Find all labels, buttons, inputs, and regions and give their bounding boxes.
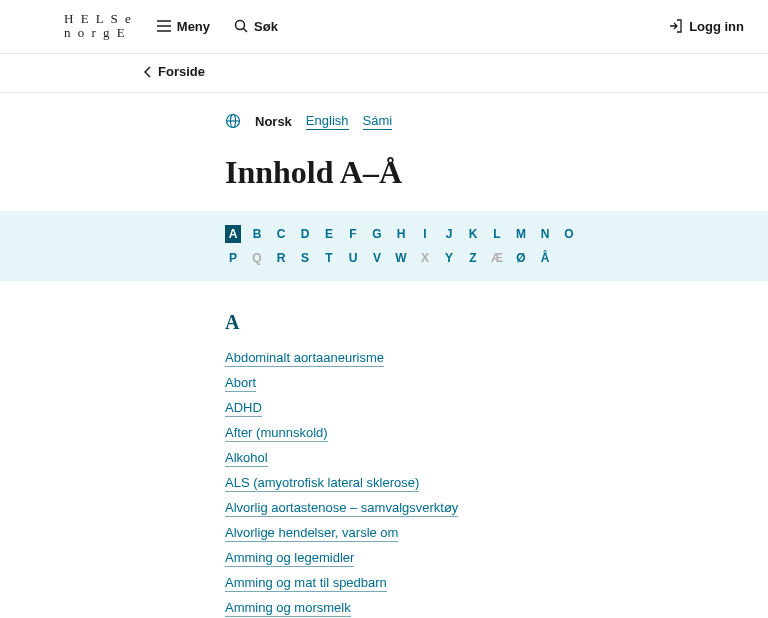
search-label: Søk [254, 19, 278, 34]
login-label: Logg inn [689, 19, 744, 34]
page-title: Innhold A–Å [225, 154, 768, 191]
alpha-letter-O[interactable]: O [561, 225, 577, 243]
alpha-letter-T[interactable]: T [321, 249, 337, 267]
entry-link[interactable]: Amming og legemidler [225, 550, 354, 567]
chevron-left-icon [144, 66, 152, 78]
alpha-letter-Y[interactable]: Y [441, 249, 457, 267]
entry-link[interactable]: Amming og mat til spedbarn [225, 575, 387, 592]
menu-label: Meny [177, 19, 210, 34]
entry-link[interactable]: ADHD [225, 400, 262, 417]
alphabet-row-1: ABCDEFGHIJKLMNO [225, 225, 768, 243]
main-content: Norsk English Sámi Innhold A–Å ABCDEFGHI… [0, 93, 768, 618]
entry-link[interactable]: Alvorlige hendelser, varsle om [225, 525, 398, 542]
lang-current: Norsk [255, 114, 292, 129]
alpha-letter-C[interactable]: C [273, 225, 289, 243]
alpha-letter-J[interactable]: J [441, 225, 457, 243]
alpha-letter-H[interactable]: H [393, 225, 409, 243]
lang-option-sami[interactable]: Sámi [363, 113, 393, 130]
alphabet-row-2: PQRSTUVWXYZÆØÅ [225, 249, 768, 267]
login-icon [669, 19, 683, 33]
entry-link[interactable]: After (munnskold) [225, 425, 328, 442]
alpha-letter-B[interactable]: B [249, 225, 265, 243]
search-button[interactable]: Søk [234, 19, 278, 34]
menu-button[interactable]: Meny [157, 19, 210, 34]
alpha-letter-A[interactable]: A [225, 225, 241, 243]
alpha-letter-V[interactable]: V [369, 249, 385, 267]
alpha-letter-U[interactable]: U [345, 249, 361, 267]
alphabet-strip: ABCDEFGHIJKLMNO PQRSTUVWXYZÆØÅ [0, 211, 768, 281]
alpha-letter-R[interactable]: R [273, 249, 289, 267]
entry-link[interactable]: Alkohol [225, 450, 268, 467]
alpha-letter-E[interactable]: E [321, 225, 337, 243]
search-icon [234, 19, 248, 33]
alpha-letter-S[interactable]: S [297, 249, 313, 267]
entry-link[interactable]: Abdominalt aortaaneurisme [225, 350, 384, 367]
alpha-letter-X: X [417, 249, 433, 267]
language-switcher: Norsk English Sámi [225, 113, 768, 130]
logo-line-1: H E L S e [64, 12, 133, 26]
entry-link[interactable]: ALS (amyotrofisk lateral sklerose) [225, 475, 419, 492]
entry-link[interactable]: Abort [225, 375, 256, 392]
breadcrumb-bar: Forside [0, 54, 768, 93]
lang-option-english[interactable]: English [306, 113, 349, 130]
alpha-letter-Z[interactable]: Z [465, 249, 481, 267]
alpha-letter-N[interactable]: N [537, 225, 553, 243]
hamburger-icon [157, 20, 171, 32]
entry-list: Abdominalt aortaaneurismeAbortADHDAfter … [225, 350, 728, 618]
entry-link[interactable]: Alvorlig aortastenose – samvalgsverktøy [225, 500, 458, 517]
alpha-letter-F[interactable]: F [345, 225, 361, 243]
site-logo[interactable]: H E L S e n o r g E [64, 12, 133, 41]
login-button[interactable]: Logg inn [669, 19, 744, 34]
alpha-letter-P[interactable]: P [225, 249, 241, 267]
svg-line-4 [244, 29, 248, 33]
section-letter-heading: A [225, 311, 728, 334]
alpha-letter-D[interactable]: D [297, 225, 313, 243]
letter-section: A Abdominalt aortaaneurismeAbortADHDAfte… [225, 311, 768, 618]
logo-line-2: n o r g E [64, 26, 133, 40]
breadcrumb-back[interactable]: Forside [144, 64, 205, 79]
svg-point-3 [236, 21, 245, 30]
globe-icon [225, 113, 241, 129]
top-bar: H E L S e n o r g E Meny Søk Logg inn [0, 0, 768, 54]
alpha-letter-Å[interactable]: Å [537, 249, 553, 267]
alpha-letter-I[interactable]: I [417, 225, 433, 243]
alpha-letter-Æ: Æ [489, 249, 505, 267]
alpha-letter-W[interactable]: W [393, 249, 409, 267]
entry-link[interactable]: Amming og morsmelk [225, 600, 351, 617]
breadcrumb-label: Forside [158, 64, 205, 79]
alpha-letter-M[interactable]: M [513, 225, 529, 243]
alpha-letter-Q: Q [249, 249, 265, 267]
alpha-letter-G[interactable]: G [369, 225, 385, 243]
alpha-letter-L[interactable]: L [489, 225, 505, 243]
alpha-letter-Ø[interactable]: Ø [513, 249, 529, 267]
alpha-letter-K[interactable]: K [465, 225, 481, 243]
top-bar-left: H E L S e n o r g E Meny Søk [64, 12, 278, 41]
